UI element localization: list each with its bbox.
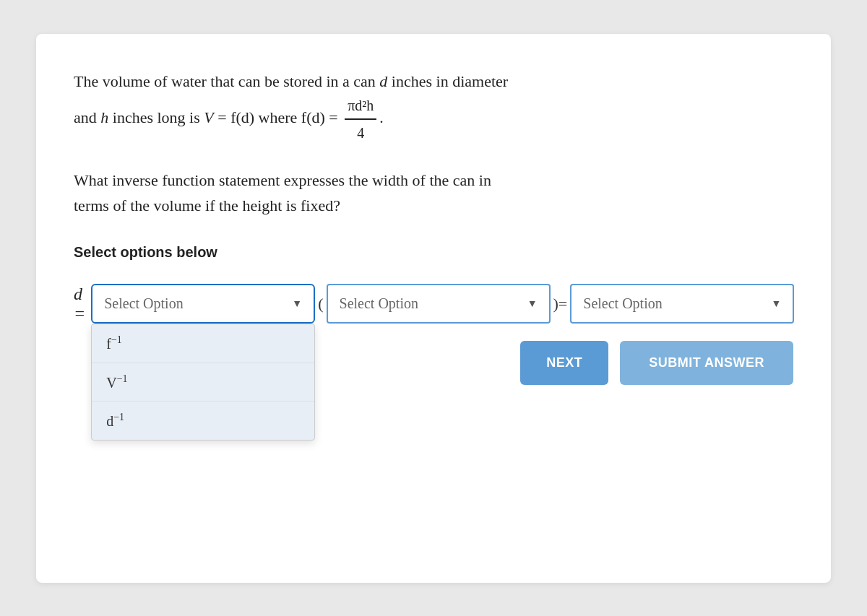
select-options-label: Select options below — [74, 244, 793, 261]
open-paren: ( — [318, 295, 323, 313]
next-button[interactable]: NEXT — [520, 341, 608, 385]
select-option-3[interactable]: Select Option ▼ — [570, 284, 794, 324]
question-line1: What inverse function statement expresse… — [74, 171, 491, 189]
problem-text-2: and h inches long is V = f(d) where f(d)… — [74, 108, 384, 126]
chevron-down-icon-1: ▼ — [292, 298, 302, 310]
dropdown-1-container: Select Option ▼ f−1 V−1 d−1 — [91, 284, 315, 324]
var-d-1: d — [379, 72, 387, 90]
select-option-2[interactable]: Select Option ▼ — [327, 284, 551, 324]
dropdown-1-option-d-inv[interactable]: d−1 — [92, 402, 314, 440]
dropdown-3-container: Select Option ▼ — [570, 284, 794, 324]
question-text: What inverse function statement expresse… — [74, 168, 793, 218]
dropdown-1-menu: f−1 V−1 d−1 — [91, 324, 315, 441]
dropdown-1-option-f-inv[interactable]: f−1 — [92, 324, 314, 363]
fraction-numerator: πd²h — [345, 94, 376, 120]
select-option-2-text: Select Option — [340, 295, 418, 312]
d-equals: d = — [74, 285, 85, 324]
equation-row: d = Select Option ▼ f−1 V−1 d−1 ( Select… — [74, 284, 793, 324]
dropdown-2-container: Select Option ▼ — [327, 284, 551, 324]
fraction-denominator: 4 — [354, 120, 367, 144]
var-h: h — [100, 108, 108, 126]
submit-answer-button[interactable]: SUBMIT ANSWER — [620, 341, 793, 385]
main-card: The volume of water that can be stored i… — [36, 34, 831, 583]
dropdown-1-option-V-inv[interactable]: V−1 — [92, 363, 314, 402]
problem-text-1: The volume of water that can be stored i… — [74, 72, 508, 90]
question-line2: terms of the volume if the height is fix… — [74, 196, 340, 214]
select-option-3-text: Select Option — [583, 295, 662, 312]
chevron-down-icon-2: ▼ — [527, 298, 538, 310]
select-option-1[interactable]: Select Option ▼ — [91, 284, 315, 324]
var-V: V — [204, 108, 213, 126]
fraction: πd²h 4 — [345, 94, 376, 144]
close-eq: )= — [553, 295, 568, 313]
select-option-1-text: Select Option — [104, 295, 183, 312]
problem-statement: The volume of water that can be stored i… — [74, 69, 793, 144]
chevron-down-icon-3: ▼ — [771, 298, 781, 310]
